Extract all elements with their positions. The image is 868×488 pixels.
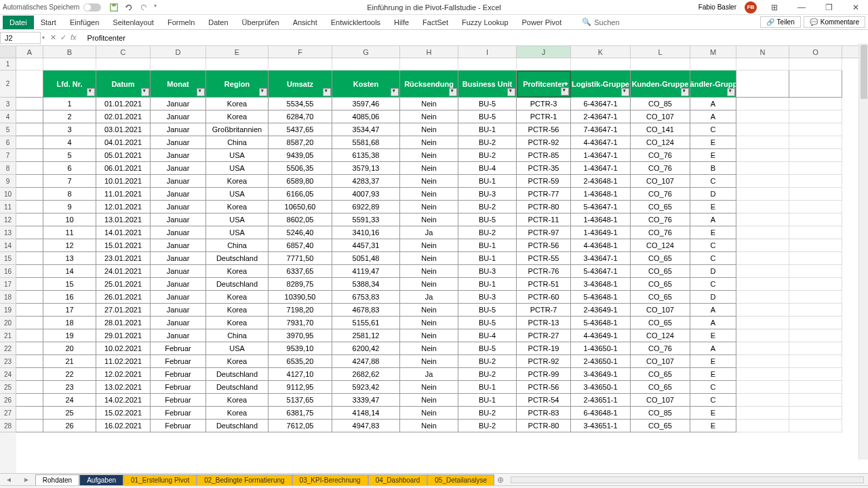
- table-cell[interactable]: CO_85: [631, 407, 690, 420]
- table-cell[interactable]: 8: [43, 188, 96, 201]
- table-cell[interactable]: Januar: [151, 278, 206, 291]
- table-cell[interactable]: PCTR-76: [517, 265, 571, 278]
- table-cell[interactable]: CO_76: [631, 226, 690, 239]
- table-cell[interactable]: BU-3: [458, 291, 517, 304]
- table-cell[interactable]: 11.02.2021: [96, 355, 151, 368]
- table-cell[interactable]: 24.01.2021: [96, 265, 151, 278]
- redo-icon[interactable]: [139, 3, 149, 12]
- table-cell[interactable]: 7612,05: [269, 420, 332, 432]
- table-cell[interactable]: 5-43648-1: [571, 317, 631, 329]
- cell[interactable]: [736, 278, 789, 291]
- column-header-N[interactable]: N: [736, 46, 789, 58]
- table-cell[interactable]: 6: [43, 162, 96, 175]
- table-cell[interactable]: CO_65: [631, 368, 690, 381]
- table-cell[interactable]: Nein: [400, 407, 458, 420]
- table-header[interactable]: Business Unit: [458, 70, 517, 98]
- table-cell[interactable]: Nein: [400, 201, 458, 214]
- table-cell[interactable]: BU-5: [458, 342, 517, 355]
- table-cell[interactable]: 6135,38: [332, 149, 400, 162]
- column-header-E[interactable]: E: [206, 46, 269, 58]
- table-cell[interactable]: 12: [43, 239, 96, 252]
- table-cell[interactable]: Deutschland: [206, 381, 269, 394]
- table-cell[interactable]: Januar: [151, 304, 206, 317]
- filter-dropdown-icon[interactable]: [621, 88, 629, 96]
- table-cell[interactable]: 26: [43, 420, 96, 432]
- column-header-J[interactable]: J: [517, 46, 571, 58]
- table-cell[interactable]: 7: [43, 175, 96, 188]
- cell[interactable]: [16, 355, 43, 368]
- table-cell[interactable]: Januar: [151, 201, 206, 214]
- cell[interactable]: [789, 175, 842, 188]
- cell[interactable]: [16, 136, 43, 149]
- cell[interactable]: [736, 252, 789, 265]
- cell[interactable]: [736, 149, 789, 162]
- cell[interactable]: [736, 381, 789, 394]
- table-cell[interactable]: PCTR-13: [517, 317, 571, 329]
- cell[interactable]: [16, 265, 43, 278]
- filter-dropdown-icon[interactable]: [197, 88, 205, 96]
- table-cell[interactable]: Großbritannien: [206, 123, 269, 136]
- table-cell[interactable]: Korea: [206, 407, 269, 420]
- table-cell[interactable]: 4-43649-1: [571, 329, 631, 342]
- search-box[interactable]: 🔍 Suchen: [582, 18, 619, 26]
- table-cell[interactable]: 5137,65: [269, 394, 332, 407]
- table-cell[interactable]: 7-43647-1: [571, 123, 631, 136]
- cell[interactable]: [517, 58, 571, 70]
- table-cell[interactable]: Nein: [400, 188, 458, 201]
- table-cell[interactable]: BU-5: [458, 110, 517, 123]
- table-cell[interactable]: 5923,42: [332, 381, 400, 394]
- cell[interactable]: [736, 394, 789, 407]
- row-header-4[interactable]: 4: [0, 110, 16, 123]
- table-cell[interactable]: CO_76: [631, 162, 690, 175]
- table-cell[interactable]: Nein: [400, 420, 458, 432]
- table-cell[interactable]: Nein: [400, 317, 458, 329]
- table-cell[interactable]: Korea: [206, 110, 269, 123]
- avatar[interactable]: FB: [745, 1, 757, 14]
- cell[interactable]: [16, 201, 43, 214]
- table-cell[interactable]: 9112,95: [269, 381, 332, 394]
- table-cell[interactable]: 03.01.2021: [96, 123, 151, 136]
- ribbon-tab-überprüfen[interactable]: Überprüfen: [235, 16, 286, 29]
- table-cell[interactable]: 1-43647-1: [571, 149, 631, 162]
- cell[interactable]: [16, 291, 43, 304]
- table-cell[interactable]: 23.01.2021: [96, 252, 151, 265]
- table-cell[interactable]: PCTR-51: [517, 278, 571, 291]
- table-cell[interactable]: A: [690, 342, 736, 355]
- cell[interactable]: [736, 110, 789, 123]
- table-cell[interactable]: USA: [206, 342, 269, 355]
- table-cell[interactable]: 4119,47: [332, 265, 400, 278]
- table-cell[interactable]: 3-43651-1: [571, 420, 631, 432]
- table-cell[interactable]: Februar: [151, 355, 206, 368]
- table-cell[interactable]: CO_107: [631, 110, 690, 123]
- table-cell[interactable]: BU-2: [458, 201, 517, 214]
- table-cell[interactable]: Deutschland: [206, 420, 269, 432]
- autosave-toggle[interactable]: Automatisches Speichern: [3, 3, 101, 12]
- table-cell[interactable]: 4: [43, 136, 96, 149]
- formula-input[interactable]: Profitcenter: [82, 33, 868, 43]
- cell[interactable]: [736, 201, 789, 214]
- cell[interactable]: [16, 110, 43, 123]
- table-cell[interactable]: 15.01.2021: [96, 239, 151, 252]
- cell[interactable]: [16, 98, 43, 110]
- table-cell[interactable]: Januar: [151, 149, 206, 162]
- table-cell[interactable]: PCTR-56: [517, 123, 571, 136]
- table-cell[interactable]: 6200,42: [332, 342, 400, 355]
- table-cell[interactable]: 5591,33: [332, 214, 400, 226]
- ribbon-tab-einfügen[interactable]: Einfügen: [63, 16, 106, 29]
- cell[interactable]: [736, 123, 789, 136]
- table-cell[interactable]: 10650,60: [269, 201, 332, 214]
- table-cell[interactable]: 14.02.2021: [96, 394, 151, 407]
- cell[interactable]: [789, 265, 842, 278]
- qat-dropdown-icon[interactable]: ▾: [154, 3, 157, 12]
- table-cell[interactable]: 4-43648-1: [571, 239, 631, 252]
- filter-dropdown-icon[interactable]: [259, 88, 267, 96]
- cell[interactable]: [458, 58, 517, 70]
- table-cell[interactable]: Februar: [151, 342, 206, 355]
- table-cell[interactable]: CO_65: [631, 317, 690, 329]
- table-cell[interactable]: CO_107: [631, 175, 690, 188]
- table-cell[interactable]: Ja: [400, 291, 458, 304]
- table-cell[interactable]: BU-2: [458, 149, 517, 162]
- table-cell[interactable]: PCTR-7: [517, 304, 571, 317]
- ribbon-tab-seitenlayout[interactable]: Seitenlayout: [106, 16, 161, 29]
- filter-dropdown-icon[interactable]: [141, 88, 149, 96]
